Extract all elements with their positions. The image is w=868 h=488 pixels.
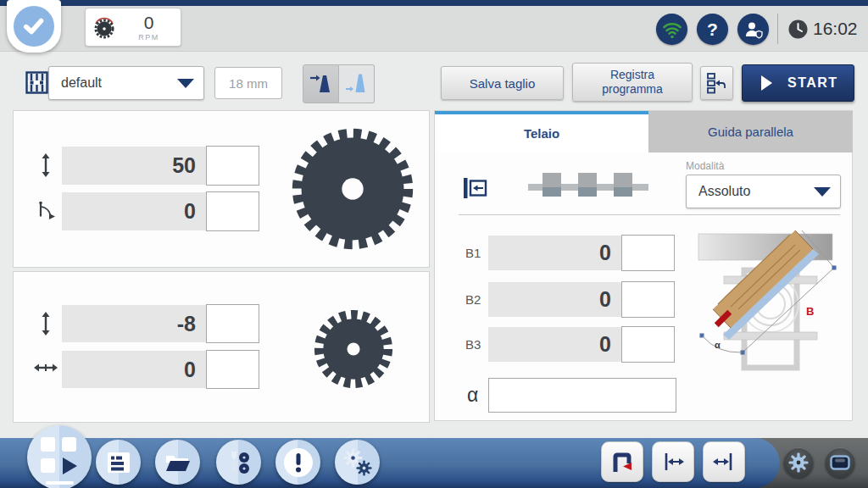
blade-height-input[interactable] xyxy=(206,146,259,186)
chevron-down-icon xyxy=(177,79,194,88)
clock-icon xyxy=(788,19,808,39)
folder-icon xyxy=(165,452,191,473)
gear-icon xyxy=(788,452,809,473)
mode-select-value: Assoluto xyxy=(687,184,750,199)
profile-select[interactable]: default xyxy=(48,66,204,100)
thickness-field[interactable]: 18 mm xyxy=(214,67,282,99)
b2-input[interactable] xyxy=(621,281,675,318)
topbar-divider xyxy=(777,14,778,44)
alpha-input[interactable] xyxy=(488,378,676,413)
settings-button[interactable] xyxy=(335,440,380,485)
field-label-b3: B3 xyxy=(465,337,481,352)
help-button[interactable]: ? xyxy=(697,14,728,45)
wifi-button[interactable] xyxy=(656,14,687,45)
save-cut-button[interactable]: Salva taglio xyxy=(441,66,564,100)
scoring-saw-blade-image xyxy=(307,302,400,396)
frame-stop[interactable] xyxy=(614,173,632,197)
scoring-blade-panel: -8 0 xyxy=(13,271,430,423)
user-button[interactable] xyxy=(737,14,769,45)
blade-guard-icon xyxy=(609,449,636,474)
scoring-offset-input[interactable] xyxy=(206,350,259,389)
program-steps-button[interactable] xyxy=(700,66,733,100)
clock-time: 16:02 xyxy=(813,19,858,39)
fence-left-button[interactable] xyxy=(652,441,694,482)
diagram-alpha-label: α xyxy=(715,340,721,350)
fence-left-icon xyxy=(660,449,686,474)
saw-blade-icon xyxy=(92,14,117,41)
confirm-button[interactable] xyxy=(14,6,54,47)
b1-display: 0 xyxy=(488,236,621,270)
blade-toggle-group xyxy=(303,64,375,103)
profile-select-value: default xyxy=(49,75,102,91)
vertical-arrows-icon xyxy=(40,153,52,177)
b1-input[interactable] xyxy=(621,235,675,271)
scoring-blade-toggle[interactable] xyxy=(339,64,375,103)
play-icon xyxy=(63,458,77,474)
help-icon: ? xyxy=(707,19,718,40)
record-program-label: Registra programma xyxy=(586,68,679,97)
main-blade-toggle[interactable] xyxy=(303,64,339,103)
wifi-icon xyxy=(662,20,682,39)
b2-display: 0 xyxy=(488,282,621,317)
tab-frame-label: Telaio xyxy=(524,126,559,141)
horizontal-arrows-icon xyxy=(34,362,58,374)
main-blade-panel: 50 0 xyxy=(13,110,430,268)
rpm-display[interactable]: 0 RPM xyxy=(85,8,181,47)
tab-fence-label: Guida parallela xyxy=(708,125,793,139)
manual-mode-icon xyxy=(41,437,55,452)
frame-stop[interactable] xyxy=(578,173,597,197)
cut-diagram: α B xyxy=(692,224,846,383)
manual-mode-button[interactable] xyxy=(27,425,92,488)
display-button[interactable] xyxy=(825,447,855,478)
frame-panel: Telaio Guida parallela Modalità Assoluto… xyxy=(434,110,853,421)
mode-label: Modalità xyxy=(686,160,724,172)
start-label: START xyxy=(787,75,838,91)
main-saw-blade-image xyxy=(287,123,419,255)
tab-parallel-fence[interactable]: Guida parallela xyxy=(648,111,853,152)
diagram-b-label: B xyxy=(806,305,814,318)
fence-right-button[interactable] xyxy=(703,441,745,482)
b3-display: 0 xyxy=(488,327,621,362)
tab-frame[interactable]: Telaio xyxy=(435,111,648,152)
alarms-button[interactable] xyxy=(275,440,320,485)
play-icon xyxy=(761,75,772,91)
save-cut-label: Salva taglio xyxy=(470,76,536,91)
alert-icon xyxy=(281,446,315,480)
machine-settings-button[interactable] xyxy=(783,447,814,478)
frame-stop[interactable] xyxy=(542,173,561,197)
cut-list-button[interactable] xyxy=(96,440,141,485)
main-blade-toggle-icon xyxy=(309,71,334,97)
start-button[interactable]: START xyxy=(742,64,854,102)
angle-icon xyxy=(37,200,58,220)
file-manager-button[interactable] xyxy=(155,440,200,485)
rpm-value: 0 xyxy=(117,14,181,31)
program-steps-icon xyxy=(706,72,728,95)
blade-angle-display: 0 xyxy=(62,192,206,230)
mode-select[interactable]: Assoluto xyxy=(686,175,841,208)
datum-reference-icon xyxy=(462,175,487,201)
scoring-height-display: -8 xyxy=(62,305,206,342)
field-label-b1: B1 xyxy=(465,246,481,260)
top-accent-strip xyxy=(0,0,868,6)
chevron-down-icon xyxy=(814,187,831,197)
gears-icon xyxy=(342,447,373,478)
status-tab xyxy=(7,0,61,53)
b3-input[interactable] xyxy=(621,326,675,363)
tools-button[interactable] xyxy=(216,440,261,485)
fence-right-icon xyxy=(711,449,737,474)
material-icon xyxy=(25,71,48,94)
field-label-alpha: α xyxy=(467,384,478,407)
blade-guard-button[interactable] xyxy=(601,441,643,482)
rpm-unit: RPM xyxy=(117,34,181,42)
scoring-blade-toggle-icon xyxy=(344,71,370,97)
cut-list-icon xyxy=(107,452,131,474)
field-label-b2: B2 xyxy=(465,292,481,307)
bottom-bar xyxy=(0,438,868,488)
scoring-offset-display: 0 xyxy=(62,351,206,388)
blade-height-display: 50 xyxy=(62,147,206,185)
tools-icon xyxy=(227,450,251,475)
panel-divider xyxy=(459,214,840,215)
blade-angle-input[interactable] xyxy=(206,191,259,231)
scoring-height-input[interactable] xyxy=(206,304,259,343)
record-program-button[interactable]: Registra programma xyxy=(572,63,693,102)
